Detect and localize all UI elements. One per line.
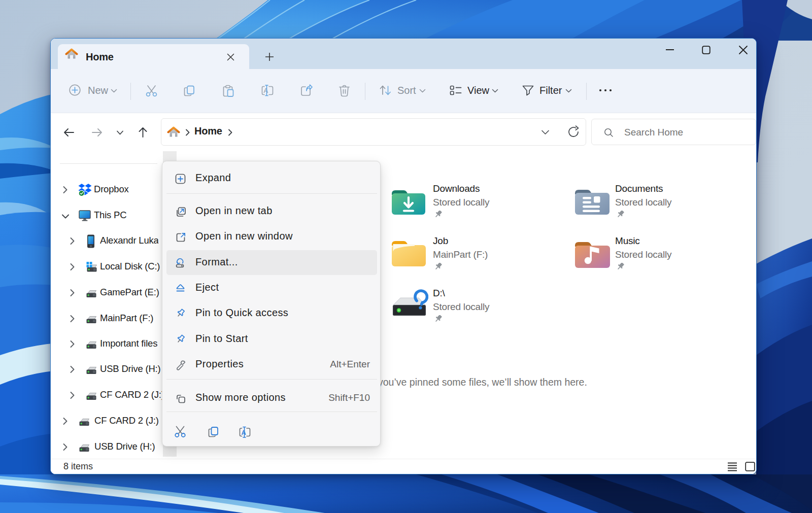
svg-text:A: A [264, 87, 268, 94]
svg-text:A: A [242, 429, 247, 436]
